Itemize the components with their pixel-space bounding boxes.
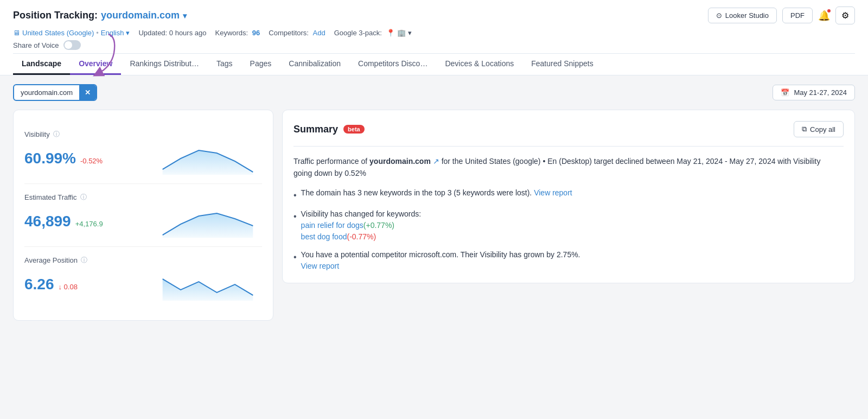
tab-landscape[interactable]: Landscape <box>13 54 70 75</box>
metrics-card: Visibility ⓘ 60.99% -0.52% <box>13 110 273 321</box>
summary-bullets-list: • The domain has 3 new keywords in the t… <box>293 187 839 272</box>
traffic-label: Estimated Traffic <box>24 193 77 201</box>
share-of-voice-row: Share of Voice <box>13 40 855 53</box>
position-delta: ↓ 0.08 <box>59 283 78 291</box>
summary-domain-bold: yourdomain.com <box>369 157 431 166</box>
position-value: 6.26 <box>24 276 54 293</box>
location-selector[interactable]: 🖥 United States (Google) • English ▾ <box>13 29 130 37</box>
separator: • <box>96 29 99 37</box>
visibility-delta: -0.52% <box>80 157 103 165</box>
main-content: yourdomain.com ✕ 📅 May 21-27, 2024 Visib… <box>0 75 868 329</box>
google-3pack: Google 3-pack: 📍 🏢 ▾ <box>334 29 412 37</box>
bullet-1-text: The domain has 3 new keywords in the top… <box>301 187 572 199</box>
keyword-pain-relief[interactable]: pain relief for dogs <box>301 221 363 230</box>
summary-scroll-area[interactable]: Traffic performance of yourdomain.com ↗ … <box>293 155 844 272</box>
visibility-info-icon[interactable]: ⓘ <box>53 130 60 139</box>
position-label: Average Position <box>24 256 78 264</box>
position-chart <box>154 268 262 301</box>
traffic-info-icon[interactable]: ⓘ <box>80 193 87 202</box>
copy-icon: ⧉ <box>802 125 807 134</box>
position-info-icon[interactable]: ⓘ <box>81 256 87 265</box>
notification-bell-button[interactable]: 🔔 <box>818 10 830 22</box>
beta-badge: beta <box>343 125 365 134</box>
share-of-voice-toggle[interactable] <box>63 40 81 50</box>
monitor-icon: 🖥 <box>13 29 20 37</box>
summary-header: Summary beta ⧉ Copy all <box>293 121 844 137</box>
keywords-count-label: Keywords: 96 <box>215 29 260 37</box>
title-domain[interactable]: yourdomain.com <box>101 10 180 21</box>
calendar-icon: 📅 <box>781 88 789 97</box>
visibility-metric: Visibility ⓘ 60.99% -0.52% <box>24 121 262 184</box>
domain-filter-pill: yourdomain.com ✕ <box>13 84 97 101</box>
looker-icon: ⊙ <box>716 11 722 20</box>
visibility-chart <box>154 142 262 175</box>
tab-overview[interactable]: Overview <box>70 54 121 75</box>
svg-marker-2 <box>163 279 253 301</box>
top-bar: Position Tracking: yourdomain.com ▾ ⊙ Lo… <box>0 0 868 75</box>
summary-bullet-3: • You have a potential competitor micros… <box>293 249 839 272</box>
tab-featured-snippets[interactable]: Featured Snippets <box>522 54 602 75</box>
view-report-link-1[interactable]: View report <box>534 188 572 197</box>
domain-filter-text: yourdomain.com <box>14 85 79 100</box>
updated-status: Updated: 0 hours ago <box>138 29 206 37</box>
svg-marker-1 <box>163 213 253 238</box>
view-report-link-2[interactable]: View report <box>301 262 340 270</box>
bullet-dot-2: • <box>293 210 297 223</box>
tab-rankings[interactable]: Rankings Distribut… <box>121 54 208 75</box>
tab-cannibalization[interactable]: Cannibalization <box>280 54 349 75</box>
tab-tags[interactable]: Tags <box>208 54 241 75</box>
keyword-best-dog-food-delta: (-0.77%) <box>347 232 376 241</box>
date-range-picker[interactable]: 📅 May 21-27, 2024 <box>773 85 855 100</box>
visibility-label: Visibility <box>24 130 50 138</box>
summary-description: Traffic performance of yourdomain.com ↗ … <box>293 155 839 180</box>
page-title: Position Tracking: yourdomain.com ▾ <box>13 10 187 21</box>
bullet-2-text: Visibility has changed for keywords: pai… <box>301 208 422 243</box>
summary-bullet-2: • Visibility has changed for keywords: p… <box>293 208 839 243</box>
tab-devices-locations[interactable]: Devices & Locations <box>436 54 522 75</box>
gear-icon: ⚙ <box>841 11 849 20</box>
summary-bullet-1: • The domain has 3 new keywords in the t… <box>293 187 839 202</box>
building-icon: 🏢 <box>397 29 406 37</box>
competitors-label: Competitors: Add <box>269 29 325 37</box>
g3pack-chevron-icon[interactable]: ▾ <box>408 29 412 37</box>
title-prefix: Position Tracking: <box>13 10 98 21</box>
settings-button[interactable]: ⚙ <box>835 7 855 24</box>
traffic-value: 46,899 <box>24 213 71 230</box>
pdf-button[interactable]: PDF <box>782 8 813 23</box>
tab-competitors-disco[interactable]: Competitors Disco… <box>349 54 436 75</box>
notification-dot <box>826 8 832 14</box>
traffic-delta: +4,176.9 <box>75 220 103 228</box>
external-link-icon[interactable]: ↗ <box>433 157 439 166</box>
date-range-text: May 21-27, 2024 <box>794 88 847 97</box>
summary-title-group: Summary beta <box>293 124 365 135</box>
estimated-traffic-metric: Estimated Traffic ⓘ 46,899 +4,176.9 <box>24 184 262 247</box>
bullet-3-text: You have a potential competitor microsof… <box>301 249 580 272</box>
chevron-down-icon: ▾ <box>126 29 130 37</box>
visibility-value: 60.99% <box>24 150 76 167</box>
tab-pages[interactable]: Pages <box>241 54 280 75</box>
average-position-metric: Average Position ⓘ 6.26 ↓ 0.08 <box>24 247 262 309</box>
keyword-best-dog-food[interactable]: best dog food <box>301 232 347 241</box>
navigation-tabs: Landscape Overview Rankings Distribut… T… <box>13 53 855 75</box>
cards-row: Visibility ⓘ 60.99% -0.52% <box>13 110 855 321</box>
competitors-add-link[interactable]: Add <box>313 29 326 37</box>
location-pin-icon: 📍 <box>386 29 395 37</box>
toggle-knob <box>65 41 72 49</box>
keyword-pain-relief-delta: (+0.77%) <box>363 221 394 230</box>
summary-card: Summary beta ⧉ Copy all Traffic performa… <box>282 110 855 283</box>
summary-title: Summary <box>293 124 338 135</box>
domain-filter-close-button[interactable]: ✕ <box>79 85 96 100</box>
looker-studio-button[interactable]: ⊙ Looker Studio <box>708 8 777 23</box>
bullet-dot-1: • <box>293 189 297 202</box>
keywords-count[interactable]: 96 <box>252 29 260 37</box>
domain-chevron-icon[interactable]: ▾ <box>183 11 187 20</box>
filter-row: yourdomain.com ✕ 📅 May 21-27, 2024 <box>13 84 855 101</box>
svg-marker-0 <box>163 150 253 175</box>
share-of-voice-label: Share of Voice <box>13 41 59 49</box>
top-actions: ⊙ Looker Studio PDF 🔔 ⚙ <box>708 7 855 24</box>
subheader-row: 🖥 United States (Google) • English ▾ Upd… <box>13 29 855 37</box>
copy-all-button[interactable]: ⧉ Copy all <box>794 121 844 137</box>
summary-divider <box>293 146 844 147</box>
traffic-chart <box>154 205 262 238</box>
bullet-dot-3: • <box>293 251 297 264</box>
